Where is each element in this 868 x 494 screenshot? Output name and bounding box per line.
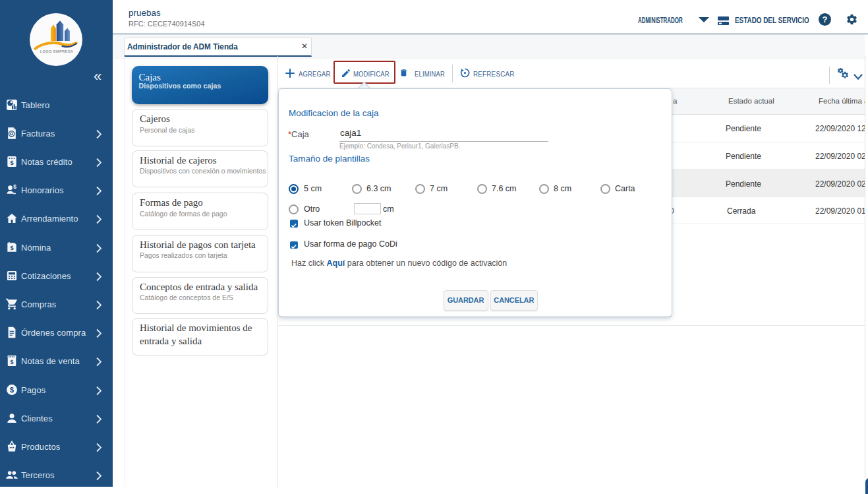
svg-text:$: $ [10, 159, 13, 166]
svg-text:$: $ [11, 359, 14, 365]
svg-text:$: $ [10, 385, 14, 393]
svg-text:$: $ [10, 244, 13, 251]
svg-text:LOGO EMPRESA: LOGO EMPRESA [40, 49, 74, 53]
svg-text:$: $ [13, 183, 16, 190]
